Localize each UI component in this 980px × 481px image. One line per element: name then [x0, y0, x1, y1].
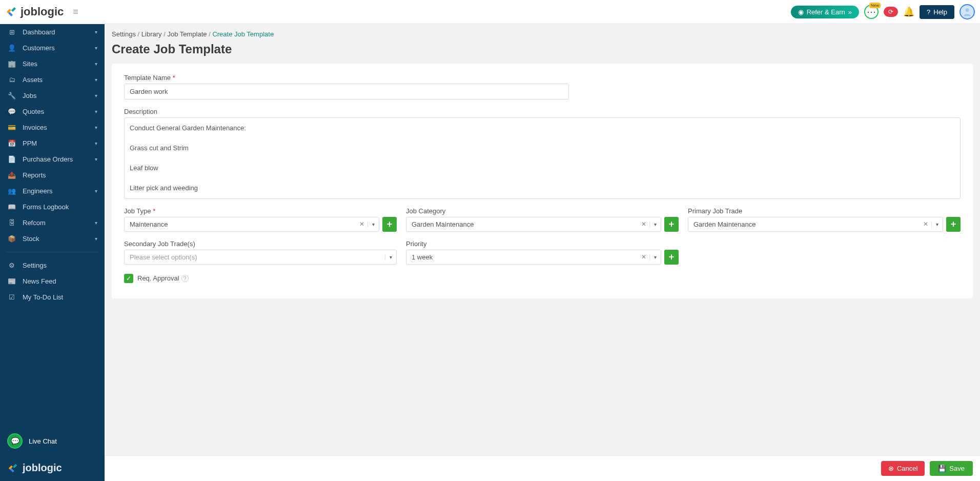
help-button[interactable]: ? Help — [920, 5, 954, 19]
sidebar-footer-logo: joblogic — [0, 455, 105, 481]
chevron-down-icon[interactable]: ▾ — [385, 254, 396, 260]
purchase-orders-icon: 📄 — [7, 155, 16, 163]
job-type-select[interactable]: Maintenance ✕ ▾ — [124, 217, 379, 232]
add-priority-button[interactable]: + — [664, 250, 679, 265]
sidebar-nav: ⊞Dashboard▾ 👤Customers▾ 🏢Sites▾ 🗂Assets▾… — [0, 24, 105, 427]
whats-new-button[interactable]: ⋯ New — [864, 5, 879, 19]
help-icon[interactable]: ? — [181, 275, 189, 282]
reports-icon: 📤 — [7, 171, 16, 179]
sidebar-item-stock[interactable]: 📦Stock▾ — [0, 231, 105, 247]
sidebar-item-refcom[interactable]: 🗄Refcom▾ — [0, 215, 105, 231]
live-chat-button[interactable]: 💬 Live Chat — [0, 427, 105, 455]
sync-status-button[interactable]: ⟳ — [884, 7, 898, 17]
save-icon: 💾 — [938, 465, 946, 472]
priority-value: 1 week — [406, 250, 638, 264]
chevron-down-icon[interactable]: ▾ — [368, 222, 379, 227]
sidebar-item-purchase-orders[interactable]: 📄Purchase Orders▾ — [0, 151, 105, 167]
primary-trade-value: Garden Maintenance — [688, 217, 920, 231]
add-primary-trade-button[interactable]: + — [946, 217, 961, 232]
cancel-button[interactable]: ⊗ Cancel — [881, 461, 925, 476]
sidebar: ⊞Dashboard▾ 👤Customers▾ 🏢Sites▾ 🗂Assets▾… — [0, 24, 105, 481]
sidebar-item-label: Forms Logbook — [23, 203, 69, 211]
add-job-type-button[interactable]: + — [382, 217, 397, 232]
sidebar-item-assets[interactable]: 🗂Assets▾ — [0, 72, 105, 88]
refer-earn-button[interactable]: ◉ Refer & Earn » — [791, 6, 859, 18]
sidebar-item-label: Assets — [23, 76, 43, 84]
clear-icon[interactable]: ✕ — [638, 221, 649, 228]
breadcrumb-job-template[interactable]: Job Template — [167, 30, 207, 38]
sidebar-item-forms-logbook[interactable]: 📖Forms Logbook — [0, 199, 105, 215]
breadcrumb-library[interactable]: Library — [141, 30, 162, 38]
job-category-value: Garden Maintenance — [406, 217, 638, 231]
save-button[interactable]: 💾 Save — [930, 461, 973, 476]
chevron-down-icon: ▾ — [95, 61, 97, 67]
logo-icon — [5, 6, 17, 18]
chat-icon: 💬 — [7, 433, 23, 449]
dashboard-icon: ⊞ — [7, 28, 16, 36]
clear-icon[interactable]: ✕ — [356, 221, 368, 228]
sidebar-item-sites[interactable]: 🏢Sites▾ — [0, 56, 105, 72]
sidebar-item-jobs[interactable]: 🔧Jobs▾ — [0, 88, 105, 104]
brand-logo[interactable]: joblogic — [5, 5, 64, 18]
sidebar-item-todo[interactable]: ☑My To-Do List — [0, 289, 105, 305]
job-category-select[interactable]: Garden Maintenance ✕ ▾ — [406, 217, 661, 232]
menu-toggle-icon[interactable]: ≡ — [73, 7, 78, 17]
secondary-trade-select[interactable]: Please select option(s) ▾ — [124, 250, 397, 265]
sidebar-item-label: My To-Do List — [23, 293, 63, 301]
avatar-icon — [962, 7, 972, 17]
sidebar-item-engineers[interactable]: 👥Engineers▾ — [0, 183, 105, 199]
chevron-down-icon[interactable]: ▾ — [649, 222, 661, 227]
sidebar-item-label: Stock — [23, 235, 39, 243]
refer-label: Refer & Earn — [807, 8, 845, 16]
customers-icon: 👤 — [7, 44, 16, 52]
sidebar-item-label: Settings — [23, 262, 47, 269]
sidebar-item-settings[interactable]: ⚙Settings — [0, 257, 105, 273]
main-content: Settings / Library / Job Template / Crea… — [105, 24, 980, 481]
sidebar-item-dashboard[interactable]: ⊞Dashboard▾ — [0, 24, 105, 40]
template-name-label: Template Name * — [124, 74, 961, 82]
sidebar-item-label: PPM — [23, 139, 37, 147]
chevron-down-icon[interactable]: ▾ — [649, 254, 661, 260]
description-textarea[interactable]: Conduct General Garden Maintenance: Gras… — [124, 117, 961, 199]
secondary-trade-label: Secondary Job Trade(s) — [124, 240, 397, 248]
clear-icon[interactable]: ✕ — [638, 253, 649, 260]
todo-icon: ☑ — [7, 293, 16, 301]
sidebar-item-label: Refcom — [23, 219, 46, 227]
sidebar-item-ppm[interactable]: 📅PPM▾ — [0, 135, 105, 151]
user-avatar[interactable] — [959, 4, 975, 19]
chevron-down-icon: ▾ — [95, 109, 97, 114]
sidebar-item-label: Engineers — [23, 187, 53, 195]
sidebar-item-news-feed[interactable]: 📰News Feed — [0, 273, 105, 289]
breadcrumb-current: Create Job Template — [212, 30, 274, 38]
news-feed-icon: 📰 — [7, 277, 16, 285]
add-job-category-button[interactable]: + — [664, 217, 679, 232]
template-name-input[interactable] — [124, 84, 569, 99]
sidebar-item-label: Jobs — [23, 92, 36, 99]
top-right: ◉ Refer & Earn » ⋯ New ⟳ 🔔 ? Help — [791, 4, 975, 19]
stock-icon: 📦 — [7, 235, 16, 243]
engineers-icon: 👥 — [7, 187, 16, 195]
breadcrumb: Settings / Library / Job Template / Crea… — [105, 24, 980, 40]
top-bar: joblogic ≡ ◉ Refer & Earn » ⋯ New ⟳ 🔔 ? … — [0, 0, 980, 24]
job-type-value: Maintenance — [125, 217, 356, 231]
cancel-icon: ⊗ — [888, 465, 894, 472]
chevron-down-icon: ▾ — [95, 236, 97, 242]
sidebar-item-customers[interactable]: 👤Customers▾ — [0, 40, 105, 56]
sidebar-item-quotes[interactable]: 💬Quotes▾ — [0, 104, 105, 119]
chevron-down-icon[interactable]: ▾ — [931, 222, 943, 227]
sidebar-item-label: Sites — [23, 60, 37, 68]
refer-icon: ◉ — [798, 8, 804, 16]
live-chat-label: Live Chat — [29, 437, 57, 445]
clear-icon[interactable]: ✕ — [920, 221, 931, 228]
sidebar-item-invoices[interactable]: 💳Invoices▾ — [0, 119, 105, 135]
breadcrumb-settings[interactable]: Settings — [112, 30, 136, 38]
chevron-down-icon: ▾ — [95, 220, 97, 226]
primary-trade-select[interactable]: Garden Maintenance ✕ ▾ — [688, 217, 943, 232]
sidebar-item-reports[interactable]: 📤Reports — [0, 167, 105, 183]
req-approval-label: Req. Approval ? — [137, 274, 189, 282]
notifications-icon[interactable]: 🔔 — [903, 6, 914, 17]
priority-select[interactable]: 1 week ✕ ▾ — [406, 250, 661, 265]
footer-brand-text: joblogic — [23, 462, 62, 474]
footer-logo-icon — [7, 463, 18, 474]
req-approval-checkbox[interactable]: ✓ — [124, 274, 133, 283]
